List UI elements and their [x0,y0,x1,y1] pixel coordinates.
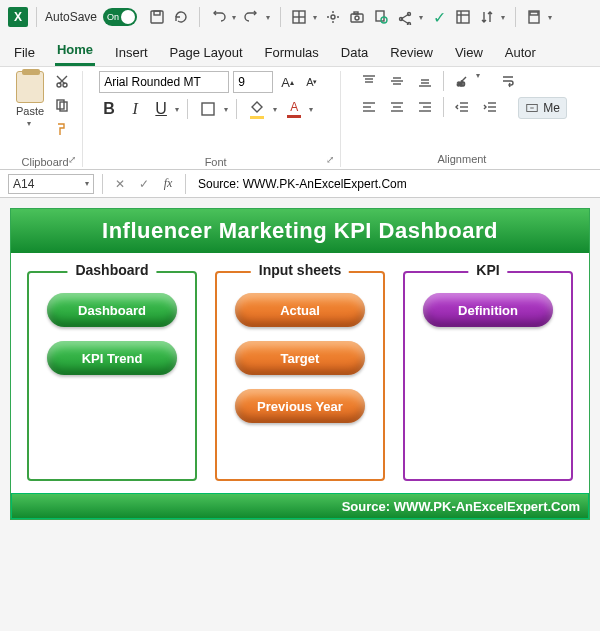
decrease-font-icon[interactable]: A▾ [302,72,322,92]
increase-indent-icon[interactable] [478,97,502,117]
fill-color-button[interactable] [245,99,269,119]
align-bottom-icon[interactable] [413,71,437,91]
btn-definition[interactable]: Definition [423,293,553,327]
chevron-down-icon[interactable]: ▾ [309,105,313,114]
svg-rect-9 [376,11,384,21]
divider [187,99,188,119]
formula-input[interactable] [194,174,592,194]
cancel-formula-icon[interactable]: ✕ [111,177,129,191]
touch-icon[interactable] [325,9,341,25]
align-center-icon[interactable] [385,97,409,117]
save-icon[interactable] [149,9,165,25]
divider [443,97,444,117]
undo-icon[interactable] [210,9,226,25]
svg-rect-6 [351,14,363,22]
svg-rect-1 [154,11,160,15]
chevron-down-icon[interactable]: ▾ [273,105,277,114]
svg-rect-23 [202,103,214,115]
camera-icon[interactable] [349,9,365,25]
share-icon[interactable] [397,9,413,25]
font-family-select[interactable] [99,71,229,93]
divider [443,71,444,91]
autosave-label: AutoSave [45,10,97,24]
merge-center-button[interactable]: Me [518,97,567,119]
chevron-down-icon[interactable]: ▾ [85,179,89,188]
decrease-indent-icon[interactable] [450,97,474,117]
chevron-down-icon[interactable]: ▾ [501,13,505,22]
tab-formulas[interactable]: Formulas [263,39,321,66]
refresh-icon[interactable] [173,9,189,25]
btn-target[interactable]: Target [235,341,365,375]
sort-icon[interactable] [479,9,495,25]
divider [185,174,186,194]
borders-button[interactable] [196,99,220,119]
chevron-down-icon[interactable]: ▾ [175,105,179,114]
align-right-icon[interactable] [413,97,437,117]
tab-data[interactable]: Data [339,39,370,66]
spellcheck-icon[interactable]: ✓ [431,9,447,25]
svg-point-7 [355,16,359,20]
copy-icon[interactable] [50,95,74,115]
orientation-icon[interactable]: ab [450,71,474,91]
name-box[interactable]: A14▾ [8,174,94,194]
paste-button[interactable]: Paste ▾ [16,71,44,128]
ribbon-group-clipboard: Paste ▾ Clipboard⤢ [8,71,83,167]
increase-font-icon[interactable]: A▴ [277,72,298,92]
excel-logo-icon: X [8,7,28,27]
tab-automate[interactable]: Autor [503,39,538,66]
freeze-panes-icon[interactable] [455,9,471,25]
wrap-text-icon[interactable] [496,71,520,91]
chevron-down-icon[interactable]: ▾ [266,13,270,22]
divider [102,174,103,194]
format-painter-icon[interactable] [50,119,74,139]
align-left-icon[interactable] [357,97,381,117]
panel-kpi: KPI Definition [403,271,573,481]
font-size-select[interactable] [233,71,273,93]
align-middle-icon[interactable] [385,71,409,91]
underline-button[interactable]: U [151,99,171,119]
autosave-toggle[interactable]: On [103,8,137,26]
chevron-down-icon[interactable]: ▾ [476,71,480,91]
redo-icon[interactable] [244,9,260,25]
svg-point-5 [331,15,335,19]
tab-file[interactable]: File [12,39,37,66]
align-top-icon[interactable] [357,71,381,91]
ribbon-group-alignment: ab▾ Me Alignment [349,71,575,167]
dashboard-footer: Source: WWW.PK-AnExcelExpert.Com [11,493,589,519]
menu-tabs: File Home Insert Page Layout Formulas Da… [0,34,600,66]
bold-button[interactable]: B [99,99,119,119]
chevron-down-icon[interactable]: ▾ [224,105,228,114]
divider [515,7,516,27]
panel-dashboard: Dashboard Dashboard KPI Trend [27,271,197,481]
chevron-down-icon[interactable]: ▾ [548,13,552,22]
chevron-down-icon[interactable]: ▾ [419,13,423,22]
divider [280,7,281,27]
tab-view[interactable]: View [453,39,485,66]
cut-icon[interactable] [50,71,74,91]
enter-formula-icon[interactable]: ✓ [135,177,153,191]
fx-icon[interactable]: fx [159,176,177,191]
svg-text:ab: ab [457,80,465,87]
svg-rect-18 [530,12,538,15]
tab-insert[interactable]: Insert [113,39,150,66]
borders-icon[interactable] [291,9,307,25]
chevron-down-icon[interactable]: ▾ [232,13,236,22]
paste-special-icon[interactable] [373,9,389,25]
divider [199,7,200,27]
btn-actual[interactable]: Actual [235,293,365,327]
btn-dashboard[interactable]: Dashboard [47,293,177,327]
tab-page-layout[interactable]: Page Layout [168,39,245,66]
panel-input-sheets: Input sheets Actual Target Previous Year [215,271,385,481]
svg-rect-0 [151,11,163,23]
italic-button[interactable]: I [125,99,145,119]
calculator-icon[interactable] [526,9,542,25]
btn-previous-year[interactable]: Previous Year [235,389,365,423]
ribbon-group-font: A▴ A▾ B I U▾ ▾ ▾ A▾ Font⤢ [91,71,341,167]
tab-home[interactable]: Home [55,36,95,66]
tab-review[interactable]: Review [388,39,435,66]
chevron-down-icon[interactable]: ▾ [313,13,317,22]
btn-kpi-trend[interactable]: KPI Trend [47,341,177,375]
panel-title: Dashboard [67,262,156,278]
chevron-down-icon[interactable]: ▾ [27,119,31,128]
font-color-button[interactable]: A [283,99,305,119]
